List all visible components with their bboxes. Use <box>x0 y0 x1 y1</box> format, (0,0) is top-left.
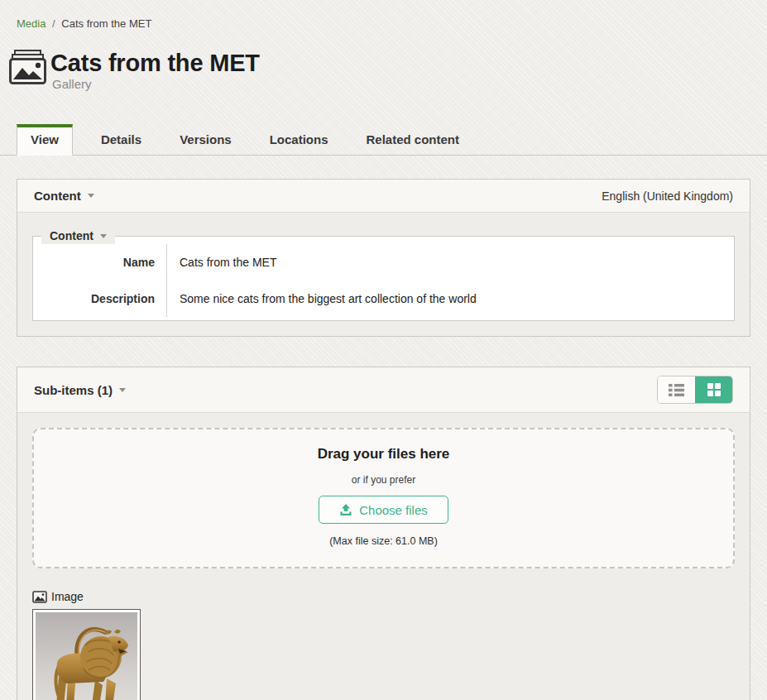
subitems-section-body: Drag your files here or if you prefer Ch… <box>17 413 750 700</box>
gallery-icon <box>8 50 48 86</box>
tab-view[interactable]: View <box>17 124 73 156</box>
title-block: Cats from the MET Gallery <box>50 50 260 91</box>
list-view-icon <box>668 383 685 397</box>
breadcrumb-separator: / <box>52 17 55 30</box>
tab-bar: View Details Versions Locations Related … <box>0 124 767 156</box>
list-view-button[interactable] <box>658 376 695 403</box>
field-label-description: Description <box>33 280 167 317</box>
subitems-section-header: Sub-items (1) <box>17 367 750 413</box>
page-header: Cats from the MET Gallery <box>8 50 767 91</box>
file-dropzone[interactable]: Drag your files here or if you prefer Ch… <box>32 428 735 568</box>
language-indicator: English (United Kingdom) <box>602 189 733 203</box>
breadcrumb-current: Cats from the MET <box>61 17 151 30</box>
view-mode-toggle <box>657 376 733 404</box>
choose-files-button[interactable]: Choose files <box>319 496 448 524</box>
dropzone-heading: Drag your files here <box>42 446 725 463</box>
page-title: Cats from the MET <box>50 50 260 76</box>
image-icon <box>32 591 47 603</box>
content-section-title: Content <box>34 189 94 203</box>
breadcrumb: Media / Cats from the MET <box>0 0 767 30</box>
caret-down-icon[interactable] <box>119 388 126 392</box>
tab-locations[interactable]: Locations <box>256 125 342 155</box>
field-row-description: Description Some nice cats from the bigg… <box>33 280 734 317</box>
field-row-name: Name Cats from the MET <box>33 244 734 280</box>
field-label-name: Name <box>33 244 167 280</box>
subitems-section-title: Sub-items (1) <box>34 383 126 397</box>
page-subtitle: Gallery <box>52 77 260 91</box>
subitems-section: Sub-items (1) <box>17 367 750 700</box>
tab-related-content[interactable]: Related content <box>353 125 473 155</box>
breadcrumb-link-media[interactable]: Media <box>17 17 46 30</box>
grid-view-icon <box>707 382 721 397</box>
grid-view-button[interactable] <box>695 376 732 403</box>
subitem-type-label: Image <box>32 590 141 603</box>
content-section: Content English (United Kingdom) Content… <box>17 179 750 337</box>
lion-sculpture-thumbnail[interactable] <box>32 609 141 700</box>
tab-versions[interactable]: Versions <box>166 125 245 155</box>
content-fieldset: Content Name Cats from the MET Descripti… <box>32 228 735 321</box>
caret-down-icon[interactable] <box>88 194 94 198</box>
dropzone-subtext: or if you prefer <box>42 474 725 486</box>
subitem-card: Image <box>32 590 141 700</box>
caret-down-icon[interactable] <box>100 234 107 238</box>
max-file-size-note: (Max file size: 61.0 MB) <box>42 535 725 547</box>
upload-icon <box>339 504 352 516</box>
field-value-name: Cats from the MET <box>167 244 276 280</box>
content-section-body: Content Name Cats from the MET Descripti… <box>17 213 750 336</box>
field-value-description: Some nice cats from the biggest art coll… <box>167 280 477 317</box>
content-fieldset-legend: Content <box>41 228 115 244</box>
content-section-header: Content English (United Kingdom) <box>17 180 750 213</box>
tab-details[interactable]: Details <box>88 125 155 155</box>
